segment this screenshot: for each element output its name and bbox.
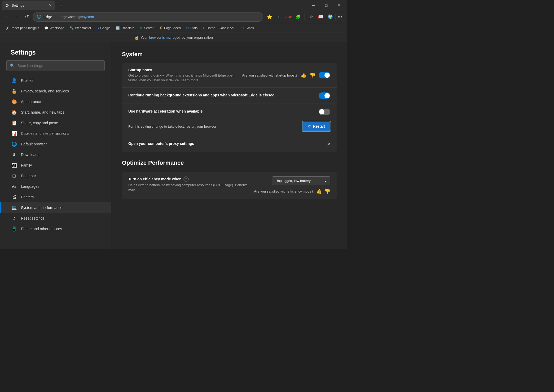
sidebar-item-languages[interactable]: Aa Languages bbox=[0, 181, 111, 192]
efficiency-thumbdown[interactable]: 👎 bbox=[324, 188, 330, 194]
search-input[interactable] bbox=[17, 64, 101, 68]
bookmark-stats[interactable]: W Stats bbox=[184, 25, 200, 31]
background-extensions-row: Continue running background extensions a… bbox=[122, 88, 337, 104]
google-bk-icon: G bbox=[96, 26, 99, 30]
sidebar-item-default-browser[interactable]: 🌐 Default browser bbox=[0, 139, 111, 149]
bookmark-google[interactable]: G Google bbox=[94, 25, 113, 31]
sidebar-item-printers[interactable]: 🖨 Printers bbox=[0, 192, 111, 202]
minimize-button[interactable]: ─ bbox=[307, 1, 320, 10]
background-extensions-controls bbox=[314, 92, 330, 99]
startup-boost-learn-more-link[interactable]: Learn more bbox=[181, 78, 198, 82]
sidebar-item-label: Languages bbox=[21, 184, 39, 189]
bookmark-pagespeed-insights[interactable]: ⚡ PageSpeed Insights bbox=[3, 25, 41, 31]
nav-divider bbox=[305, 14, 305, 20]
sidebar-item-start-home[interactable]: 🏠 Start, home, and new tabs bbox=[0, 107, 111, 118]
bookmark-pagespeed2[interactable]: ⚡ PageSpeed bbox=[157, 25, 183, 31]
proxy-settings-controls: ↗ bbox=[323, 142, 330, 147]
bookmarks-bar: ⚡ PageSpeed Insights 💬 WhatsApp 🔧 Webmas… bbox=[0, 23, 347, 33]
sidebar-item-label: System and performance bbox=[21, 206, 62, 210]
sidebar-item-downloads[interactable]: ⬇ Downloads bbox=[0, 149, 111, 160]
external-link-icon: ↗ bbox=[327, 142, 330, 147]
startup-boost-toggle[interactable] bbox=[319, 72, 330, 78]
url-settings-part: edge://settings bbox=[60, 15, 82, 19]
close-button[interactable]: ✕ bbox=[333, 1, 345, 10]
settings-more-icon[interactable]: ••• bbox=[336, 13, 344, 21]
sidebar-item-label: Share, copy and paste bbox=[21, 121, 58, 125]
bookmark-webmaster[interactable]: 🔧 Webmaster bbox=[68, 25, 93, 31]
efficiency-mode-dropdown[interactable]: Unplugged, low battery ∨ bbox=[272, 176, 330, 185]
bookmark-label: Google bbox=[100, 26, 111, 30]
bookmark-server[interactable]: 🖥 Server bbox=[138, 25, 156, 31]
address-bar[interactable]: 🌐 Edge | edge://settings/system bbox=[33, 12, 263, 22]
sidebar-item-label: Printers bbox=[21, 195, 34, 199]
tab-settings-icon: ⚙ bbox=[5, 3, 10, 7]
sidebar-item-appearance[interactable]: 🎨 Appearance bbox=[0, 96, 111, 107]
startup-boost-desc: Get to browsing quickly. When this is on… bbox=[128, 73, 238, 83]
user-profile-icon[interactable]: 🌍 bbox=[326, 13, 335, 21]
background-extensions-toggle[interactable] bbox=[319, 92, 330, 99]
server-icon: 🖥 bbox=[140, 26, 143, 30]
titlebar: ⚙ Settings ✕ + ─ □ ✕ bbox=[0, 0, 347, 11]
sidebar-item-edge-bar[interactable]: ⊞ Edge bar bbox=[0, 171, 111, 181]
managed-text-before: Your bbox=[140, 35, 147, 39]
url-path-part: /system bbox=[82, 15, 94, 19]
efficiency-info-icon[interactable]: ? bbox=[183, 176, 189, 182]
browser-brand: Edge bbox=[43, 15, 52, 19]
efficiency-satisfaction-label: Are you satisfied with efficiency mode? bbox=[254, 189, 313, 193]
google-icon[interactable]: G bbox=[275, 13, 283, 21]
hardware-accel-row: Use hardware acceleration when available… bbox=[122, 104, 337, 136]
whatsapp-icon: 💬 bbox=[44, 26, 48, 30]
restart-button[interactable]: ↺ Restart bbox=[302, 122, 330, 131]
downloads-icon: ⬇ bbox=[11, 152, 17, 157]
sidebar-item-reset[interactable]: ↺ Reset settings bbox=[0, 213, 111, 224]
sidebar-item-share-copy[interactable]: 📋 Share, copy and paste bbox=[0, 118, 111, 128]
edge-bar-icon: ⊞ bbox=[11, 173, 17, 179]
sidebar-item-cookies[interactable]: 📊 Cookies and site permissions bbox=[0, 128, 111, 139]
efficiency-mode-content: Turn on efficiency mode when ? Helps ext… bbox=[128, 176, 250, 192]
search-settings-box[interactable]: 🔍 bbox=[6, 60, 105, 71]
forward-button[interactable]: → bbox=[13, 12, 21, 21]
startup-boost-satisfaction: Are you satisfied with startup boost? bbox=[242, 73, 297, 77]
system-section-title: System bbox=[122, 51, 337, 58]
bookmark-gmail[interactable]: ✉ Gmail bbox=[239, 25, 256, 31]
new-tab-button[interactable]: + bbox=[57, 1, 65, 10]
extensions-icon[interactable]: 🧩 bbox=[294, 13, 302, 21]
browser-managed-link[interactable]: browser is managed bbox=[149, 35, 180, 39]
startup-boost-title: Startup boost bbox=[128, 68, 238, 72]
refresh-button[interactable]: ↺ bbox=[23, 12, 30, 21]
sidebar-item-phone[interactable]: 📱 Phone and other devices bbox=[0, 224, 111, 234]
bookmark-label: PageSpeed Insights bbox=[11, 26, 39, 30]
bookmark-whatsapp[interactable]: 💬 WhatsApp bbox=[42, 25, 66, 31]
sidebar: Settings 🔍 👤 Profiles 🔒 Privacy, search,… bbox=[0, 42, 111, 249]
favorites-icon[interactable]: ⭐ bbox=[265, 13, 274, 21]
back-button[interactable]: ← bbox=[3, 12, 11, 21]
startup-boost-thumbup[interactable]: 👍 bbox=[301, 72, 306, 78]
efficiency-mode-row: Turn on efficiency mode when ? Helps ext… bbox=[122, 172, 337, 199]
sidebar-item-profiles[interactable]: 👤 Profiles bbox=[0, 75, 111, 86]
efficiency-thumbup[interactable]: 👍 bbox=[316, 188, 322, 194]
bookmark-translate[interactable]: 🔤 Translate bbox=[114, 25, 137, 31]
hw-accel-toggle-thumb bbox=[319, 109, 324, 114]
tab-close-button[interactable]: ✕ bbox=[49, 3, 52, 7]
cookies-icon: 📊 bbox=[11, 131, 17, 136]
adblock-icon[interactable]: ABP bbox=[284, 13, 293, 21]
maximize-button[interactable]: □ bbox=[320, 1, 332, 10]
reading-list-icon[interactable]: 📖 bbox=[316, 13, 325, 21]
sidebar-item-family[interactable]: 👨‍👩‍👧 Family bbox=[0, 160, 111, 171]
sidebar-item-system[interactable]: 💻 System and performance bbox=[0, 202, 111, 213]
sidebar-item-privacy[interactable]: 🔒 Privacy, search, and services bbox=[0, 86, 111, 96]
content-area: System Startup boost Get to browsing qui… bbox=[111, 42, 347, 249]
bookmark-label: Stats bbox=[190, 26, 197, 30]
hardware-accel-toggle[interactable] bbox=[319, 109, 330, 115]
bookmark-home-ads[interactable]: G Home – Google Ad... bbox=[201, 25, 238, 31]
settings-tab[interactable]: ⚙ Settings ✕ bbox=[2, 1, 55, 10]
bookmark-label: Home – Google Ad... bbox=[207, 26, 236, 30]
startup-boost-thumbdown[interactable]: 👎 bbox=[310, 72, 315, 78]
sidebar-item-label: Default browser bbox=[21, 142, 47, 146]
proxy-settings-row[interactable]: Open your computer's proxy settings ↗ bbox=[122, 136, 337, 152]
collections-icon[interactable]: ☆ bbox=[307, 13, 315, 21]
sidebar-item-label: Cookies and site permissions bbox=[21, 131, 69, 136]
efficiency-mode-controls: Unplugged, low battery ∨ Are you satisfi… bbox=[250, 176, 330, 194]
reset-icon: ↺ bbox=[11, 216, 17, 221]
restart-label: Restart bbox=[313, 124, 325, 128]
